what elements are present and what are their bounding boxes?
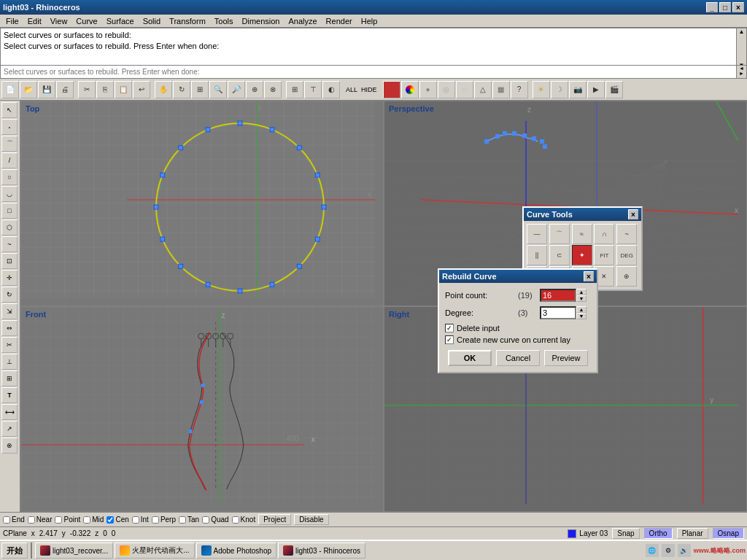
tb-save[interactable]: 💾 bbox=[38, 81, 55, 98]
command-scroll[interactable]: ▲ ▼ bbox=[736, 28, 746, 69]
task-animation[interactable]: 火星时代动画大... bbox=[115, 542, 194, 559]
task-rhinoceros[interactable]: light03 - Rhinoceros bbox=[278, 542, 365, 559]
tool-rotate[interactable]: ↻ bbox=[1, 287, 18, 303]
delete-input-checkbox[interactable]: ✓ bbox=[445, 324, 454, 332]
tb-rotate[interactable]: ↻ bbox=[173, 81, 190, 98]
tb-sun[interactable]: ☀ bbox=[533, 81, 550, 98]
tb-print[interactable]: 🖨 bbox=[56, 81, 74, 98]
tb-triangle[interactable]: △ bbox=[474, 81, 492, 98]
snap-int-check[interactable] bbox=[132, 516, 139, 524]
tb-shade[interactable]: ◐ bbox=[322, 81, 340, 98]
minimize-button[interactable]: _ bbox=[706, 2, 718, 12]
snap-near-check[interactable] bbox=[28, 516, 35, 524]
menu-curve[interactable]: Curve bbox=[71, 16, 101, 26]
snap-disable-button[interactable]: Disable bbox=[294, 514, 328, 525]
start-button[interactable]: 开始 bbox=[1, 542, 28, 559]
status-ortho-button[interactable]: Ortho bbox=[644, 528, 673, 539]
tool-dim[interactable]: ⟷ bbox=[1, 404, 18, 420]
rebuild-preview-button[interactable]: Preview bbox=[544, 350, 588, 366]
degree-input[interactable] bbox=[540, 306, 576, 319]
tb-paste[interactable]: 📋 bbox=[115, 81, 132, 98]
tool-scale[interactable]: ⇲ bbox=[1, 303, 18, 319]
tool-mirror[interactable]: ⇔ bbox=[1, 320, 18, 336]
tb-render2[interactable]: ▶ bbox=[587, 81, 605, 98]
ct-btn-parallel[interactable]: || bbox=[527, 245, 547, 265]
status-planar-button[interactable]: Planar bbox=[677, 528, 708, 539]
tb-open[interactable]: 📂 bbox=[20, 81, 37, 98]
ct-btn-add-point[interactable]: ⊕ bbox=[616, 266, 637, 287]
tb-zoom-out[interactable]: 🔎 bbox=[228, 81, 245, 98]
tb-copy[interactable]: ⎘ bbox=[96, 81, 114, 98]
snap-point-check[interactable] bbox=[55, 516, 62, 524]
snap-knot-check[interactable] bbox=[232, 516, 239, 524]
menu-file[interactable]: File bbox=[1, 16, 23, 26]
tool-arc[interactable]: ◡ bbox=[1, 186, 18, 202]
curve-tools-close-button[interactable]: × bbox=[628, 209, 638, 219]
tb-shiny[interactable]: ◎ bbox=[438, 81, 455, 98]
viewport-top[interactable]: Top bbox=[20, 101, 384, 306]
tb-new[interactable]: 📄 bbox=[1, 81, 19, 98]
snap-tan-check[interactable] bbox=[179, 516, 186, 524]
snap-end-check[interactable] bbox=[3, 516, 10, 524]
tool-circle[interactable]: ○ bbox=[1, 169, 18, 185]
snap-project-button[interactable]: Project bbox=[258, 514, 291, 525]
tb-camera[interactable]: 📷 bbox=[569, 81, 587, 98]
tb-color1[interactable] bbox=[383, 81, 400, 98]
point-count-up[interactable]: ▲ bbox=[576, 289, 587, 295]
close-button[interactable]: × bbox=[732, 2, 744, 12]
tb-zoom-sel[interactable]: ⊕ bbox=[246, 81, 263, 98]
tb-sphere[interactable]: ● bbox=[419, 81, 437, 98]
rebuild-cancel-button[interactable]: Cancel bbox=[496, 350, 540, 366]
snap-cen-check[interactable] bbox=[107, 516, 114, 524]
tb-help[interactable]: ? bbox=[511, 81, 528, 98]
tb-cut[interactable]: ✂ bbox=[78, 81, 96, 98]
tb-pan[interactable]: ✋ bbox=[155, 81, 172, 98]
tool-move[interactable]: ✛ bbox=[1, 270, 18, 286]
ct-btn-fit[interactable]: FIT bbox=[594, 245, 614, 265]
menu-render[interactable]: Render bbox=[322, 16, 357, 26]
status-snap-button[interactable]: Snap bbox=[612, 528, 639, 539]
snap-perp-check[interactable] bbox=[152, 516, 159, 524]
ct-btn-degree[interactable]: DEG bbox=[616, 245, 637, 265]
tool-surface[interactable]: ⊡ bbox=[1, 253, 18, 269]
menu-surface[interactable]: Surface bbox=[102, 16, 139, 26]
maximize-button[interactable]: □ bbox=[719, 2, 731, 12]
degree-up[interactable]: ▲ bbox=[576, 306, 587, 313]
menu-tools[interactable]: Tools bbox=[210, 16, 238, 26]
ct-btn-offset[interactable]: ⊂ bbox=[549, 245, 570, 265]
tool-rectangle[interactable]: □ bbox=[1, 203, 18, 219]
point-count-down[interactable]: ▼ bbox=[576, 295, 587, 302]
tool-join[interactable]: ⊞ bbox=[1, 370, 18, 386]
ct-btn-intersect[interactable]: ∩ bbox=[594, 224, 614, 244]
tb-color2[interactable] bbox=[401, 81, 419, 98]
menu-view[interactable]: View bbox=[46, 16, 72, 26]
snap-quad-check[interactable] bbox=[202, 516, 209, 524]
tool-text[interactable]: T bbox=[1, 387, 18, 403]
rebuild-close-button[interactable]: × bbox=[584, 271, 594, 281]
tool-select[interactable]: ↖ bbox=[1, 102, 18, 118]
point-count-input[interactable] bbox=[540, 289, 576, 302]
tb-grid[interactable]: ⊞ bbox=[286, 81, 303, 98]
tb-moon[interactable]: ☽ bbox=[551, 81, 568, 98]
ct-btn-rebuild[interactable]: ✦ bbox=[572, 245, 592, 265]
tool-polygon[interactable]: ⬡ bbox=[1, 219, 18, 236]
tb-mesh[interactable]: ▦ bbox=[492, 81, 510, 98]
tool-split[interactable]: ⊥ bbox=[1, 354, 18, 370]
degree-down[interactable]: ▼ bbox=[576, 313, 587, 319]
status-osnap-button[interactable]: Osnap bbox=[713, 528, 744, 539]
tool-leader[interactable]: ↗ bbox=[1, 421, 18, 437]
menu-help[interactable]: Help bbox=[357, 16, 382, 26]
tb-light[interactable]: ◉ bbox=[456, 81, 473, 98]
menu-edit[interactable]: Edit bbox=[23, 16, 46, 26]
tb-zoom-all[interactable]: ⊗ bbox=[264, 81, 282, 98]
task-light03-recover[interactable]: light03_recover... bbox=[35, 542, 113, 559]
tb-ortho[interactable]: ⊤ bbox=[304, 81, 322, 98]
tb-undo[interactable]: ↩ bbox=[133, 81, 150, 98]
tool-trim[interactable]: ✂ bbox=[1, 337, 18, 353]
create-new-checkbox[interactable]: ✓ bbox=[445, 335, 454, 344]
tool-clipping[interactable]: ⊗ bbox=[1, 438, 18, 454]
menu-solid[interactable]: Solid bbox=[139, 16, 165, 26]
snap-mid-check[interactable] bbox=[83, 516, 90, 524]
menu-dimension[interactable]: Dimension bbox=[238, 16, 285, 26]
tool-line[interactable]: / bbox=[1, 152, 18, 168]
